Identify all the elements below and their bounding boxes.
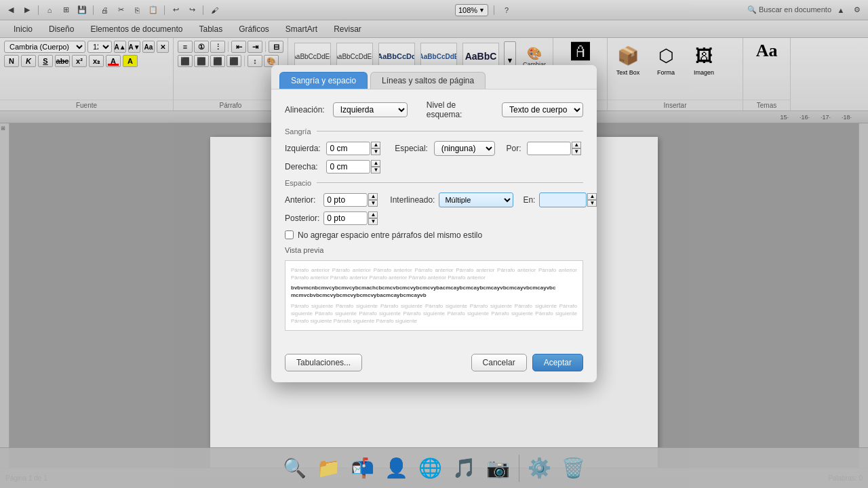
preview-box: Párrafo anterior Párrafo anterior Párraf… [285,260,583,331]
anterior-up[interactable]: ▲ [368,193,378,200]
especial-select[interactable]: (ninguna) [434,141,495,156]
izquierda-up[interactable]: ▲ [371,142,380,148]
en-up[interactable]: ▲ [587,193,597,200]
posterior-label: Posterior: [285,214,319,223]
parrafo-dialog: Sangría y espacio Líneas y saltos de pág… [271,65,597,382]
alineacion-label: Alineación: [285,105,325,115]
especial-label: Especial: [395,144,429,153]
aceptar-btn[interactable]: Aceptar [532,354,583,371]
dialog-body: Alineación: Izquierda Nivel de esquema: … [271,89,597,347]
cancelar-btn[interactable]: Cancelar [471,354,527,371]
derecha-up[interactable]: ▲ [371,160,380,167]
alineacion-select[interactable]: Izquierda [333,102,408,117]
espacio-fields: Anterior: ▲ ▼ Interlineado: Múltiple En: [285,192,583,225]
interlineado-select[interactable]: Múltiple [439,192,513,207]
espacio-section: Espacio [285,179,583,187]
interlineado-label: Interlineado: [390,195,435,205]
sangria-label: Sangría [285,127,311,136]
anterior-down[interactable]: ▼ [368,200,378,207]
sangria-fields: Izquierda: ▲ ▼ Especial: (ninguna) Por: [285,141,583,174]
por-up[interactable]: ▲ [572,142,581,148]
por-input[interactable] [527,142,571,155]
derecha-label: Derecha: [285,162,322,171]
en-down[interactable]: ▼ [587,200,597,207]
tab-sangria-espacio[interactable]: Sangría y espacio [279,72,368,89]
dialog-tabs: Sangría y espacio Líneas y saltos de pág… [271,65,597,89]
posterior-input[interactable] [323,211,368,225]
dialog-footer: Tabulaciones... Cancelar Aceptar [271,347,597,382]
izquierda-input[interactable] [326,142,370,155]
anterior-label: Anterior: [285,195,319,205]
derecha-input[interactable] [326,160,370,174]
en-input[interactable] [539,192,587,207]
preview-text-antes: Párrafo anterior Párrafo anterior Párraf… [291,266,577,281]
preview-text-main: bvbvmcnbcmvcybcmvcybcmachcbcmcvbcmcvybcm… [291,284,577,299]
alineacion-row: Alineación: Izquierda Nivel de esquema: … [285,100,583,119]
anterior-input[interactable] [323,193,368,207]
en-label: En: [523,195,535,205]
no-espacio-checkbox[interactable] [285,230,294,239]
por-label: Por: [506,144,523,153]
izquierda-label: Izquierda: [285,144,322,153]
preview-text-despues: Párrafo siguiente Párrafo siguiente Párr… [291,302,577,325]
espacio-label: Espacio [285,179,311,187]
nivel-select[interactable]: Texto de cuerpo [502,102,583,117]
checkbox-row: No agregar espacio entre párrafos del mi… [285,230,583,240]
izquierda-down[interactable]: ▼ [371,148,380,155]
vista-previa-section: Vista previa Párrafo anterior Párrafo an… [285,245,583,331]
derecha-down[interactable]: ▼ [371,167,380,174]
dialog-overlay: Sangría y espacio Líneas y saltos de pág… [0,0,868,488]
por-down[interactable]: ▼ [572,148,581,155]
posterior-up[interactable]: ▲ [368,211,378,218]
tab-lineas-saltos[interactable]: Líneas y saltos de página [370,72,486,89]
sangria-section: Sangría [285,127,583,136]
posterior-down[interactable]: ▼ [368,218,378,225]
nivel-label: Nivel de esquema: [427,100,494,119]
vista-previa-label: Vista previa [285,246,323,254]
checkbox-label: No agregar espacio entre párrafos del mi… [298,230,482,240]
tabulaciones-btn[interactable]: Tabulaciones... [285,354,362,371]
